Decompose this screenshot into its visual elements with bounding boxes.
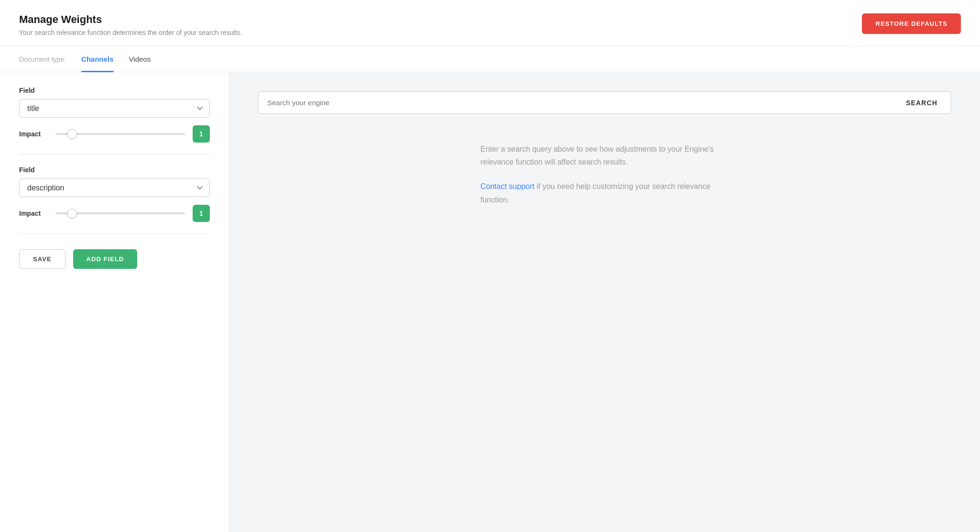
contact-support-link[interactable]: Contact support (480, 182, 534, 190)
save-button[interactable]: SAVE (19, 249, 65, 269)
left-panel: Field title description tags category Im… (0, 72, 229, 532)
search-bar-row: SEARCH (258, 91, 951, 114)
page-header: Manage Weights Your search relevance fun… (0, 0, 980, 46)
main-content: Field title description tags category Im… (0, 72, 980, 532)
field-block-2: Field title description tags category Im… (19, 166, 210, 234)
impact-badge-2: 1 (193, 205, 210, 222)
info-paragraph-2: Contact support if you need help customi… (480, 180, 729, 206)
add-field-button[interactable]: ADD FIELD (73, 249, 138, 269)
right-panel: SEARCH Enter a search query above to see… (229, 72, 980, 532)
doc-type-label: Document type: (19, 47, 66, 72)
slider-container-1 (55, 129, 185, 139)
action-buttons: SAVE ADD FIELD (19, 249, 210, 269)
field-label-1: Field (19, 87, 210, 94)
info-paragraph-1: Enter a search query above to see how ad… (480, 143, 729, 168)
search-button[interactable]: SEARCH (893, 91, 951, 114)
field-select-1[interactable]: title description tags category (19, 99, 210, 118)
slider-container-2 (55, 209, 185, 218)
impact-label-1: Impact (19, 130, 48, 138)
tab-channels[interactable]: Channels (81, 46, 114, 72)
field-label-2: Field (19, 166, 210, 174)
field-select-2[interactable]: title description tags category (19, 178, 210, 197)
tab-videos[interactable]: Videos (129, 46, 151, 72)
impact-slider-2[interactable] (55, 212, 185, 214)
impact-label-2: Impact (19, 210, 48, 217)
search-input[interactable] (258, 91, 893, 114)
page-title: Manage Weights (19, 13, 242, 26)
page-subtitle: Your search relevance function determine… (19, 29, 242, 36)
field-block-1: Field title description tags category Im… (19, 87, 210, 155)
restore-defaults-button[interactable]: RESTORE DEFAULTS (862, 13, 961, 34)
tabs-bar: Document type: Channels Videos (0, 46, 980, 72)
header-text: Manage Weights Your search relevance fun… (19, 13, 242, 36)
info-text-block: Enter a search query above to see how ad… (480, 143, 729, 206)
impact-slider-1[interactable] (55, 133, 185, 135)
impact-row-2: Impact 1 (19, 205, 210, 222)
impact-badge-1: 1 (193, 125, 210, 143)
impact-row-1: Impact 1 (19, 125, 210, 143)
